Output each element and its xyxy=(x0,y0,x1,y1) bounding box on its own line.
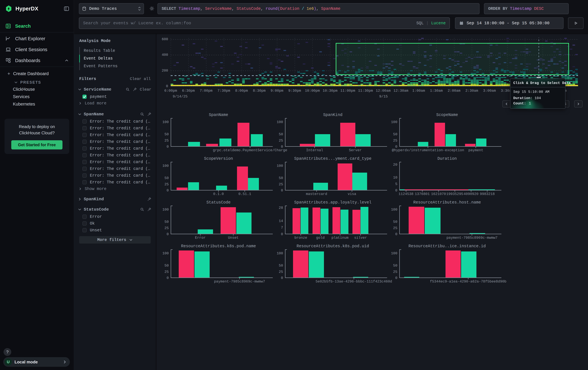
checkbox[interactable] xyxy=(83,140,87,144)
xtick-mark xyxy=(352,190,352,192)
filter-item-error-the-credit-card[interactable]: Error: The credit card (… xyxy=(83,172,156,179)
checkbox[interactable] xyxy=(83,126,87,130)
analysis-mode-results-table[interactable]: Results Table xyxy=(79,47,156,55)
checkbox[interactable] xyxy=(83,95,87,99)
sidebar-item-search[interactable]: Search xyxy=(0,21,74,31)
checkbox[interactable] xyxy=(83,160,87,164)
ytick: 0 xyxy=(167,232,169,236)
ytick: 25 xyxy=(165,182,169,186)
analysis-mode-event-deltas[interactable]: Event Deltas xyxy=(79,55,156,62)
filter-clear-button[interactable]: Clear xyxy=(140,87,151,92)
xtick-label: gold xyxy=(316,236,325,240)
analysis-mode-event-patterns[interactable]: Event Patterns xyxy=(79,62,156,70)
filter-item-payment[interactable]: payment xyxy=(83,93,156,100)
load-more-button[interactable]: Load more xyxy=(74,100,156,107)
orderby-editor[interactable]: ORDER BY Timestamp DESC xyxy=(484,3,569,14)
get-started-button[interactable]: Get Started for Free xyxy=(11,140,63,150)
xtick-label: payment-7985c8969c-mwmw7 xyxy=(446,236,497,240)
presets-toggle[interactable]: PRESETS xyxy=(0,79,74,86)
filter-item-label: payment xyxy=(90,94,107,99)
plus-icon: + xyxy=(7,71,10,76)
filter-item-ok[interactable]: Ok xyxy=(83,220,156,227)
filter-item-error-the-credit-card[interactable]: Error: The credit card (… xyxy=(83,145,156,152)
xtick-label: f5344ec9-a1ea-4290-a62a-78f5bee8d90b xyxy=(430,280,506,284)
pin-icon[interactable] xyxy=(133,87,137,91)
filter-item-error-the-credit-card[interactable]: Error: The credit card (… xyxy=(83,152,156,159)
run-query-button[interactable] xyxy=(568,17,584,29)
ytick: 0 xyxy=(281,189,283,192)
filter-group-header[interactable]: StatusCode xyxy=(74,206,156,213)
sidebar-collapse-icon[interactable] xyxy=(64,6,69,11)
preset-clickhouse[interactable]: ClickHouse xyxy=(0,86,74,93)
lang-sql-toggle[interactable]: SQL xyxy=(416,21,424,26)
search-icon[interactable] xyxy=(126,87,130,91)
filter-item-error-the-credit-card[interactable]: Error: The credit card (… xyxy=(83,165,156,172)
checkbox[interactable] xyxy=(83,133,87,137)
pin-icon[interactable] xyxy=(147,207,151,211)
filter-group-header[interactable]: ServiceName Clear xyxy=(74,86,156,93)
create-dashboard-button[interactable]: + Create Dashboard xyxy=(0,70,74,77)
source-select[interactable]: Demo Traces xyxy=(79,3,144,14)
filter-item-error-the-credit-card[interactable]: Error: The credit card (… xyxy=(83,118,156,125)
sidebar: HyperDX Search Chart Explorer xyxy=(0,0,74,370)
user-menu[interactable]: U Local mode xyxy=(3,357,70,367)
bar xyxy=(315,134,330,146)
heatmap-xtick: 1:00am xyxy=(412,89,425,93)
checkbox[interactable] xyxy=(83,221,87,226)
load-more-label: Load more xyxy=(85,101,106,106)
checkbox[interactable] xyxy=(83,215,87,219)
xtick-label: 5e02b5fb-13ae-4296-bbbc-111f423c460d xyxy=(315,280,392,284)
heatmap-xtick: 12:00am xyxy=(376,89,391,93)
dashboards-subnav: + Create Dashboard PRESETS ClickHouse Se… xyxy=(0,70,74,108)
selection-rectangle[interactable] xyxy=(336,43,569,75)
chevron-right-icon xyxy=(63,360,67,364)
prev-page-button[interactable] xyxy=(502,100,511,108)
filter-item-error-the-credit-card[interactable]: Error: The credit card (… xyxy=(83,138,156,145)
search-icon[interactable] xyxy=(140,112,144,116)
lang-lucene-toggle[interactable]: Lucene xyxy=(431,21,446,26)
more-filters-button[interactable]: More filters xyxy=(79,236,151,244)
sidebar-item-client-sessions[interactable]: Client Sessions xyxy=(0,45,74,54)
filter-item-error-the-credit-card[interactable]: Error: The credit card (… xyxy=(83,179,156,186)
filter-item-error[interactable]: Error xyxy=(83,213,156,220)
filter-item-unset[interactable]: Unset xyxy=(83,227,156,234)
pin-icon[interactable] xyxy=(147,197,151,201)
gear-icon[interactable] xyxy=(149,6,155,11)
show-more-button[interactable]: Show more xyxy=(74,186,156,192)
checkbox[interactable] xyxy=(83,228,87,232)
preset-services[interactable]: Services xyxy=(0,93,74,100)
filter-group-header[interactable]: SpanName xyxy=(74,110,156,118)
bar xyxy=(355,134,371,146)
bar xyxy=(313,208,320,234)
mini-chart-scopeversion: ScopeVersion025501000.1.00.51.1 xyxy=(160,156,274,200)
ytick: 0 xyxy=(167,145,169,149)
clear-all-button[interactable]: Clear all xyxy=(130,77,151,81)
ytick: 100 xyxy=(277,120,283,124)
chart-x-axis: grpc.oteldemo.PaymentService/Charge xyxy=(171,147,266,152)
checkbox[interactable] xyxy=(83,180,87,184)
filter-item-error-the-credit-card[interactable]: Error: The credit card (… xyxy=(83,125,156,132)
sql-query-editor[interactable]: SELECT Timestamp, ServiceName, StatusCod… xyxy=(158,3,480,14)
next-page-button[interactable] xyxy=(574,100,583,108)
filter-item-error-the-credit-card[interactable]: Error: The credit card (… xyxy=(83,159,156,165)
bar xyxy=(309,251,324,278)
help-button[interactable]: ? xyxy=(4,348,11,356)
checkbox[interactable] xyxy=(83,146,87,150)
xtick-label: @hyperdx/instrumentation-exception xyxy=(392,148,464,152)
heatmap-xtick: 7:00pm xyxy=(200,89,212,93)
checkbox[interactable] xyxy=(83,153,87,157)
date-range-value: Sep 14 18:00:00 - Sep 15 05:30:00 xyxy=(467,21,549,26)
date-range-picker[interactable]: Sep 14 18:00:00 - Sep 15 05:30:00 xyxy=(455,17,564,29)
search-input[interactable]: Search your events w/ Lucene ex. column:… xyxy=(79,17,450,29)
checkbox[interactable] xyxy=(83,119,87,124)
bar xyxy=(470,233,485,234)
checkbox[interactable] xyxy=(83,167,87,171)
preset-kubernetes[interactable]: Kubernetes xyxy=(0,100,74,108)
filter-group-header[interactable]: SpanKind xyxy=(74,195,156,203)
sidebar-item-dashboards[interactable]: Dashboards xyxy=(0,56,74,65)
pin-icon[interactable] xyxy=(147,112,151,116)
sidebar-item-chart-explorer[interactable]: Chart Explorer xyxy=(0,34,74,43)
checkbox[interactable] xyxy=(83,173,87,178)
search-icon[interactable] xyxy=(140,207,144,211)
filter-item-error-the-credit-card[interactable]: Error: The credit card (… xyxy=(83,132,156,138)
